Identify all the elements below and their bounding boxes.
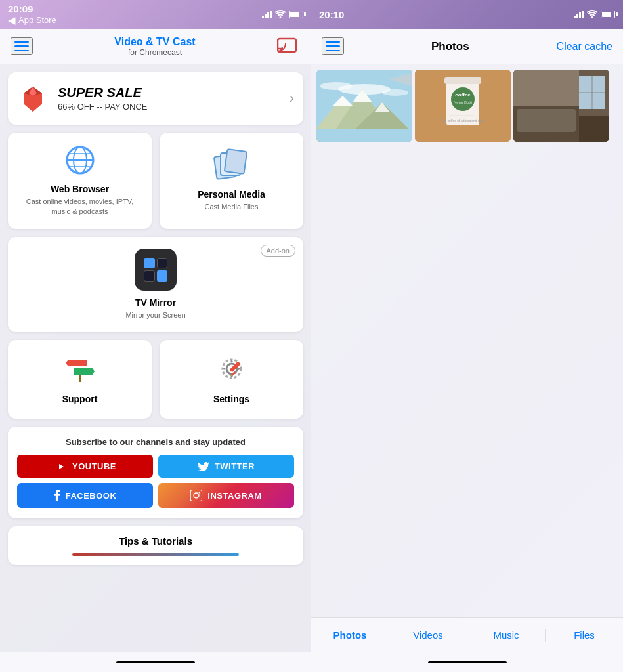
svg-text:The coffee of a thousand days: The coffee of a thousand days — [440, 119, 485, 123]
web-browser-icon — [64, 144, 96, 178]
tv-mirror-desc: Mirror your Screen — [125, 310, 185, 320]
hamburger-line-1 — [14, 41, 29, 43]
personal-media-card[interactable]: Personal Media Cast Media Files — [160, 133, 303, 229]
hamburger-line-2 — [14, 45, 29, 47]
right-nav-title: Photos — [431, 40, 469, 53]
ruby-gem-icon — [17, 83, 49, 114]
sale-text: SUPER SALE 66% OFF -- PAY ONCE — [58, 85, 284, 112]
photo-coffee[interactable]: coffee Neon Botti The coffee of a thousa… — [415, 70, 511, 142]
web-browser-title: Web Browser — [51, 184, 109, 194]
feature-row-2: Support — [8, 340, 303, 419]
left-panel: Video & TV Cast for Chromecast — [0, 29, 311, 672]
tv-mirror-title: TV Mirror — [135, 297, 176, 308]
hamburger-line-3 — [14, 50, 29, 52]
personal-media-title: Personal Media — [198, 189, 265, 200]
svg-rect-36 — [444, 77, 481, 84]
sale-title: SUPER SALE — [58, 85, 284, 100]
instagram-icon — [190, 490, 202, 501]
left-menu-button[interactable] — [11, 37, 33, 56]
svg-marker-13 — [74, 368, 95, 375]
left-status-bar: 20:09 ◀ App Store — [0, 0, 311, 29]
settings-icon — [215, 352, 249, 388]
tips-section: Tips & Tutorials — [8, 526, 303, 565]
support-icon — [63, 352, 97, 388]
right-signal-bars-icon — [574, 10, 584, 18]
photo-room[interactable] — [513, 70, 609, 142]
right-navbar: Photos Clear cache — [311, 29, 623, 64]
youtube-icon — [54, 462, 67, 471]
right-hamburger-line-1 — [326, 41, 340, 43]
feature-row-1: Web Browser Cast online videos, movies, … — [8, 133, 303, 229]
battery-icon — [289, 10, 303, 18]
right-hamburger-line-3 — [326, 50, 340, 52]
left-scroll-content: SUPER SALE 66% OFF -- PAY ONCE › — [0, 64, 311, 652]
tab-music[interactable]: Music — [467, 624, 545, 646]
twitter-label: TWITTER — [215, 461, 255, 471]
room-image — [513, 70, 609, 142]
personal-media-desc: Cast Media Files — [205, 202, 259, 212]
right-home-bar — [428, 661, 507, 663]
sale-subtitle: 66% OFF -- PAY ONCE — [58, 102, 284, 112]
tab-photos-label: Photos — [333, 629, 367, 640]
twitter-button[interactable]: TWITTER — [158, 455, 294, 478]
photo-mountains[interactable] — [316, 70, 412, 142]
instagram-label: INSTAGRAM — [207, 491, 261, 501]
tv-mirror-card[interactable]: Add-on TV Mirror Mirror your Screen — [8, 237, 303, 332]
left-status-left: 20:09 ◀ App Store — [8, 3, 56, 26]
addon-badge: Add-on — [261, 245, 295, 257]
svg-marker-4 — [24, 93, 42, 112]
social-section: Subscribe to our channels and stay updat… — [8, 427, 303, 518]
right-wifi-icon — [587, 10, 597, 20]
svg-marker-12 — [66, 360, 87, 366]
bottom-tabs: Photos Videos Music Files — [311, 617, 623, 652]
left-navbar: Video & TV Cast for Chromecast — [0, 29, 311, 64]
app-title: Video & TV Cast for Chromecast — [114, 36, 195, 57]
back-label: App Store — [18, 15, 56, 25]
tab-videos[interactable]: Videos — [389, 624, 467, 646]
facebook-button[interactable]: FACEBOOK — [17, 483, 153, 508]
right-status-bar: 20:10 — [311, 0, 623, 29]
svg-point-22 — [194, 493, 199, 498]
support-card[interactable]: Support — [8, 340, 152, 419]
signal-bars-icon — [262, 10, 272, 18]
right-hamburger-line-2 — [326, 45, 340, 47]
support-title: Support — [62, 394, 98, 404]
left-home-indicator — [0, 652, 311, 672]
youtube-button[interactable]: YOUTUBE — [17, 455, 153, 478]
right-battery-icon — [601, 10, 615, 18]
right-menu-button[interactable] — [322, 37, 344, 56]
instagram-button[interactable]: INSTAGRAM — [158, 483, 294, 508]
facebook-label: FACEBOOK — [66, 491, 117, 501]
settings-card[interactable]: Settings — [160, 340, 303, 419]
left-time: 20:09 — [8, 3, 56, 14]
svg-text:Neon Botti: Neon Botti — [454, 100, 472, 104]
social-title: Subscribe to our channels and stay updat… — [17, 437, 294, 447]
right-time: 20:10 — [319, 9, 344, 20]
youtube-label: YOUTUBE — [72, 461, 116, 471]
tv-mirror-icon — [135, 249, 177, 291]
app-store-back[interactable]: ◀ App Store — [8, 14, 56, 26]
coffee-image: coffee Neon Botti The coffee of a thousa… — [415, 70, 511, 142]
tab-music-label: Music — [493, 629, 519, 640]
svg-rect-45 — [517, 109, 576, 132]
back-arrow-icon: ◀ — [8, 14, 16, 26]
web-browser-desc: Cast online videos, movies, IPTV, music … — [17, 197, 142, 217]
tab-files-label: Files — [574, 629, 595, 640]
mountains-image — [316, 70, 412, 142]
svg-point-27 — [382, 89, 408, 96]
right-panel: Photos Clear cache — [311, 29, 623, 672]
svg-point-37 — [451, 87, 475, 111]
clear-cache-button[interactable]: Clear cache — [557, 41, 612, 52]
cast-icon[interactable] — [277, 36, 301, 57]
tips-title: Tips & Tutorials — [17, 536, 294, 547]
tab-photos[interactable]: Photos — [311, 624, 389, 646]
facebook-icon — [54, 490, 60, 501]
tab-files[interactable]: Files — [546, 624, 623, 646]
svg-rect-49 — [513, 70, 579, 106]
right-home-indicator — [311, 652, 623, 672]
web-browser-card[interactable]: Web Browser Cast online videos, movies, … — [8, 133, 152, 229]
svg-point-23 — [199, 492, 200, 494]
app-title-sub: for Chromecast — [114, 48, 195, 57]
photos-grid: coffee Neon Botti The coffee of a thousa… — [311, 64, 623, 617]
sale-banner[interactable]: SUPER SALE 66% OFF -- PAY ONCE › — [8, 72, 303, 125]
